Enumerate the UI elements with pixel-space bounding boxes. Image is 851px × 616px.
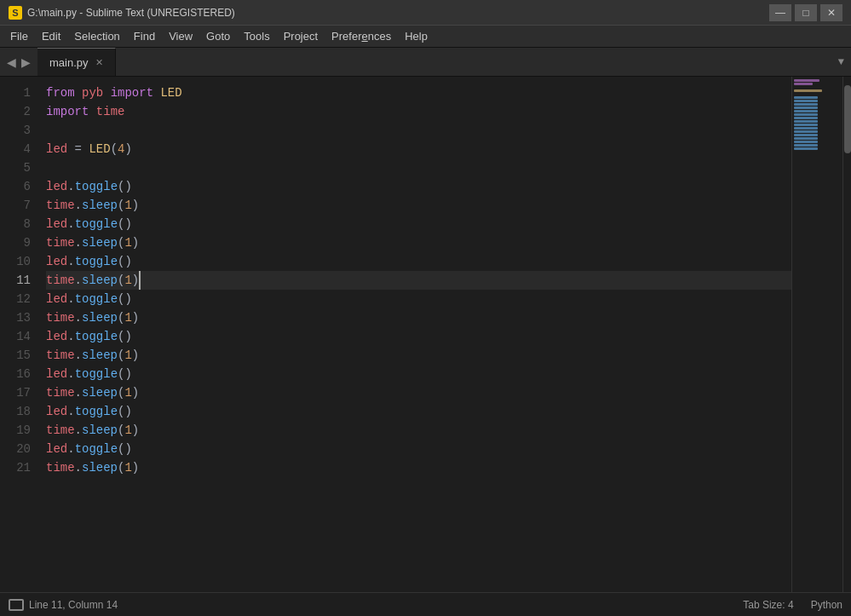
code-line-4: led = LED(4): [46, 140, 791, 158]
line-num-14: 14: [10, 327, 31, 346]
close-button[interactable]: ✕: [820, 4, 842, 21]
code-line-7: time.sleep(1): [46, 196, 791, 215]
code-line-16: led.toggle(): [46, 365, 791, 383]
tab-label: main.py: [49, 56, 89, 69]
code-line-21: time.sleep(1): [46, 458, 791, 477]
menu-edit[interactable]: Edit: [35, 28, 67, 44]
menu-project[interactable]: Project: [277, 28, 325, 44]
code-line-17: time.sleep(1): [46, 383, 791, 402]
line-num-15: 15: [10, 346, 31, 365]
code-line-19: time.sleep(1): [46, 421, 791, 440]
code-line-3: [46, 121, 791, 140]
line-num-11: 11: [10, 271, 31, 290]
menu-view[interactable]: View: [162, 28, 199, 44]
title-bar-left: S G:\main.py - Sublime Text (UNREGISTERE…: [9, 6, 235, 20]
code-line-8: led.toggle(): [46, 215, 791, 233]
app-icon: S: [9, 6, 22, 20]
tab-next-button[interactable]: ▶: [20, 55, 32, 69]
line-num-13: 13: [10, 308, 31, 327]
line-num-18: 18: [10, 402, 31, 421]
code-line-18: led.toggle(): [46, 402, 791, 421]
code-line-11: time.sleep(1): [46, 271, 791, 290]
window-title: G:\main.py - Sublime Text (UNREGISTERED): [27, 7, 235, 19]
tab-size-label[interactable]: Tab Size: 4: [743, 599, 793, 611]
menu-help[interactable]: Help: [398, 28, 434, 44]
code-line-10: led.toggle(): [46, 252, 791, 271]
line-num-1: 1: [10, 83, 31, 102]
code-line-20: led.toggle(): [46, 440, 791, 458]
status-bar: Line 11, Column 14 Tab Size: 4 Python: [0, 592, 851, 616]
line-num-9: 9: [10, 233, 31, 252]
line-numbers: 1 2 3 4 5 6 7 8 9 10 11 12 13 14 15 16 1…: [0, 77, 37, 592]
line-num-12: 12: [10, 290, 31, 308]
code-line-5: [46, 158, 791, 177]
code-line-15: time.sleep(1): [46, 346, 791, 365]
tab-bar: ◀ ▶ main.py ✕ ▼: [0, 48, 851, 77]
line-num-20: 20: [10, 440, 31, 458]
code-line-6: led.toggle(): [46, 177, 791, 196]
language-label[interactable]: Python: [811, 599, 842, 611]
line-num-10: 10: [10, 252, 31, 271]
monitor-icon: [9, 599, 24, 611]
line-num-19: 19: [10, 421, 31, 440]
cursor-position: Line 11, Column 14: [29, 599, 118, 611]
status-right: Tab Size: 4 Python: [743, 599, 842, 611]
code-line-12: led.toggle(): [46, 290, 791, 308]
tab-prev-button[interactable]: ◀: [5, 55, 18, 69]
code-line-9: time.sleep(1): [46, 233, 791, 252]
code-line-14: led.toggle(): [46, 327, 791, 346]
menu-tools[interactable]: Tools: [237, 28, 276, 44]
line-num-3: 3: [10, 121, 31, 140]
window-controls: — □ ✕: [769, 4, 842, 21]
menu-bar: File Edit Selection Find View Goto Tools…: [0, 26, 851, 48]
tab-dropdown-button[interactable]: ▼: [831, 48, 851, 76]
menu-find[interactable]: Find: [127, 28, 162, 44]
line-num-2: 2: [10, 102, 31, 121]
menu-selection[interactable]: Selection: [67, 28, 126, 44]
scrollbar-thumb[interactable]: [844, 85, 851, 153]
maximize-button[interactable]: □: [795, 4, 817, 21]
status-left: Line 11, Column 14: [9, 599, 118, 611]
line-num-16: 16: [10, 365, 31, 383]
line-num-17: 17: [10, 383, 31, 402]
vertical-scrollbar[interactable]: [842, 77, 851, 592]
minimize-button[interactable]: —: [769, 4, 791, 21]
minimap: [791, 77, 842, 592]
menu-file[interactable]: File: [3, 28, 35, 44]
line-num-4: 4: [10, 140, 31, 158]
menu-goto[interactable]: Goto: [199, 28, 237, 44]
code-line-2: import time: [46, 102, 791, 121]
code-line-1: from pyb import LED: [46, 83, 791, 102]
minimap-content: [792, 77, 842, 153]
line-num-5: 5: [10, 158, 31, 177]
line-num-21: 21: [10, 458, 31, 477]
tab-nav: ◀ ▶: [0, 48, 37, 76]
code-line-13: time.sleep(1): [46, 308, 791, 327]
line-num-6: 6: [10, 177, 31, 196]
code-editor[interactable]: from pyb import LED import time led = LE…: [37, 77, 791, 592]
menu-preferences[interactable]: Preferences: [325, 28, 398, 44]
title-bar: S G:\main.py - Sublime Text (UNREGISTERE…: [0, 0, 851, 26]
editor-container: 1 2 3 4 5 6 7 8 9 10 11 12 13 14 15 16 1…: [0, 77, 851, 592]
active-tab[interactable]: main.py ✕: [37, 48, 116, 76]
tab-close-button[interactable]: ✕: [95, 57, 103, 68]
line-num-8: 8: [10, 215, 31, 233]
line-num-7: 7: [10, 196, 31, 215]
